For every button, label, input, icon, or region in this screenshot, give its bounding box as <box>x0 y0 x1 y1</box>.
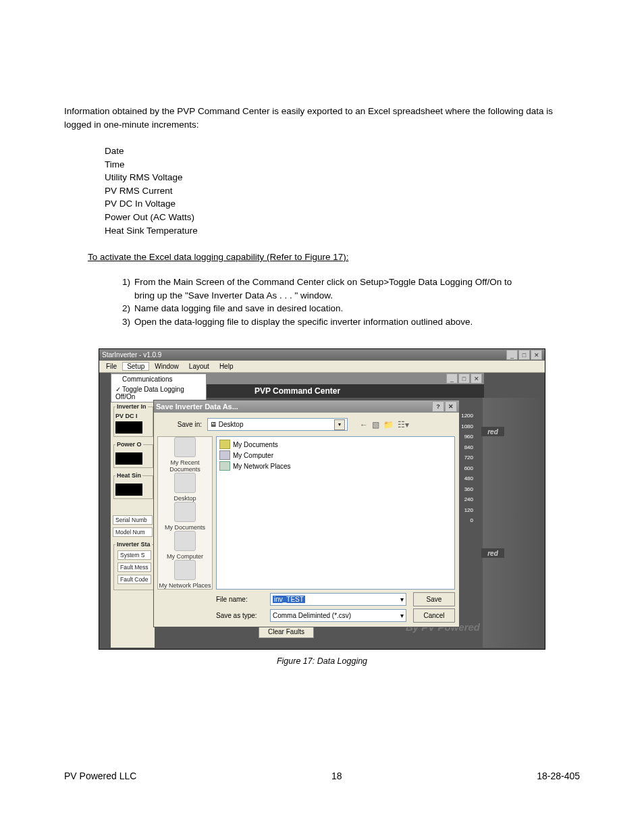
menu-layout[interactable]: Layout <box>184 362 214 371</box>
spec-item: PV RMS Current <box>105 184 580 198</box>
group-heatsink: Heat Sin <box>115 472 142 479</box>
spec-item: Power Out (AC Watts) <box>105 211 580 224</box>
cancel-button[interactable]: Cancel <box>413 608 455 623</box>
spec-item: PV DC In Voltage <box>105 197 580 211</box>
file-item[interactable]: My Computer <box>219 450 452 460</box>
new-folder-icon[interactable]: 📁 <box>383 420 394 429</box>
places-bar: My Recent DocumentsDesktopMy DocumentsMy… <box>157 436 213 590</box>
views-icon[interactable]: ☷▾ <box>398 420 409 429</box>
save-in-label: Save in: <box>158 421 202 428</box>
figure-screenshot: StarInverter - v1.0.9 _ □ ✕ FileSetupWin… <box>99 348 545 650</box>
close-button[interactable]: ✕ <box>531 350 542 360</box>
save-as-type-combo[interactable]: Comma Deliminted (*.csv) ▾ <box>270 609 406 622</box>
page-footer: PV Powered LLC 18 18-28-405 <box>64 771 580 781</box>
menu-item-communications[interactable]: Communications <box>111 374 206 384</box>
inner-maximize-button[interactable]: □ <box>458 373 470 384</box>
inner-minimize-button[interactable]: _ <box>446 373 458 384</box>
file-list[interactable]: My DocumentsMy ComputerMy Network Places <box>216 436 455 590</box>
group-inverter-in: Inverter In <box>115 403 148 410</box>
serial-field: Serial Numb <box>113 515 153 525</box>
inner-close-button[interactable]: ✕ <box>471 373 482 384</box>
save-in-combo[interactable]: 🖥 Desktop ▾ <box>207 418 348 431</box>
footer-center: 18 <box>331 771 342 781</box>
label-pvdc: PV DC I <box>115 413 151 419</box>
activate-heading: To activate the Excel data logging capab… <box>88 252 580 262</box>
step-item: 1)From the Main Screen of the Command Ce… <box>110 276 516 302</box>
spec-item: Utility RMS Voltage <box>105 171 580 184</box>
fault-message-field: Fault Mess <box>117 563 151 572</box>
save-button[interactable]: Save <box>413 592 455 606</box>
model-field: Model Num <box>113 527 153 537</box>
place-item[interactable]: My Computer <box>158 531 212 560</box>
menu-file[interactable]: File <box>101 362 122 371</box>
group-power-out: Power O <box>115 441 143 448</box>
save-as-type-label: Save as type: <box>216 612 263 619</box>
setup-dropdown: Communications ✓Toggle Data Logging Off/… <box>111 373 207 402</box>
up-icon[interactable]: ▧ <box>372 420 379 429</box>
pvdc-value <box>115 421 142 434</box>
save-dialog: Save Inverter Data As... ? ✕ Save in: 🖥 … <box>153 400 460 627</box>
power-value <box>115 452 142 465</box>
file-item[interactable]: My Network Places <box>219 461 452 471</box>
intro-paragraph: Information obtained by the PVP Command … <box>64 105 580 131</box>
footer-right: 18-28-405 <box>537 771 580 781</box>
spec-item: Time <box>105 158 580 172</box>
group-inverter-status: Inverter Sta <box>115 541 152 548</box>
place-item[interactable]: My Network Places <box>158 560 212 589</box>
footer-left: PV Powered LLC <box>64 771 136 781</box>
place-item[interactable]: My Documents <box>158 502 212 531</box>
menu-help[interactable]: Help <box>215 362 238 371</box>
spec-item: Heat Sink Temperature <box>105 224 580 238</box>
fault-code-field: Fault Code <box>117 575 151 584</box>
file-name-input[interactable]: inv_TEST ▾ <box>270 593 406 606</box>
place-item[interactable]: Desktop <box>158 473 212 502</box>
step-item: 3)Open the data-logging file to display … <box>110 315 516 329</box>
minimize-button[interactable]: _ <box>506 350 518 360</box>
left-panel: Inverter In PV DC I Power O Heat Sin Ser… <box>111 398 155 648</box>
steps-list: 1)From the Main Screen of the Command Ce… <box>110 276 516 328</box>
dialog-title: Save Inverter Data As... <box>156 402 238 411</box>
dialog-help-button[interactable]: ? <box>432 401 444 412</box>
chevron-down-icon[interactable]: ▾ <box>400 612 404 619</box>
maximize-button[interactable]: □ <box>518 350 530 360</box>
red-label-2: red <box>481 548 504 558</box>
file-name-label: File name: <box>216 596 263 603</box>
menu-setup[interactable]: Setup <box>122 362 149 371</box>
menu-bar: FileSetupWindowLayoutHelp <box>99 361 545 373</box>
chevron-down-icon[interactable]: ▾ <box>334 419 345 430</box>
place-item[interactable]: My Recent Documents <box>158 437 212 473</box>
figure-caption: Figure 17: Data Logging <box>64 656 580 666</box>
file-item[interactable]: My Documents <box>219 440 452 449</box>
dialog-titlebar: Save Inverter Data As... ? ✕ <box>154 400 459 413</box>
window-buttons: _ □ ✕ <box>506 350 542 360</box>
heatsink-value <box>115 484 142 496</box>
chevron-down-icon[interactable]: ▾ <box>400 596 404 603</box>
menu-window[interactable]: Window <box>150 362 184 371</box>
dialog-close-button[interactable]: ✕ <box>445 401 457 412</box>
step-item: 2)Name data logging file and save in des… <box>110 302 516 315</box>
spec-list: DateTimeUtility RMS VoltagePV RMS Curren… <box>105 145 580 237</box>
spec-item: Date <box>105 145 580 158</box>
app-title: StarInverter - v1.0.9 <box>102 351 161 359</box>
system-status-field: System S <box>117 550 151 560</box>
back-icon[interactable]: ← <box>360 420 368 429</box>
red-label-1: red <box>481 427 504 436</box>
app-titlebar: StarInverter - v1.0.9 _ □ ✕ <box>99 349 545 361</box>
